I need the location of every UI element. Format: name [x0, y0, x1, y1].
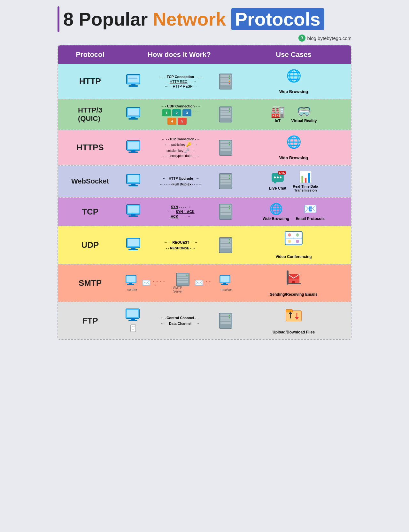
table-row: SMTP sender: [58, 264, 351, 302]
packet-2: 2: [172, 109, 181, 116]
protocol-name-smtp: SMTP: [58, 264, 122, 301]
svg-rect-5: [128, 85, 138, 87]
diagram-row: ←- - HTTP RESP - -: [146, 84, 215, 88]
svg-point-79: [296, 233, 299, 237]
use-udp: Video Conferencing: [236, 226, 351, 264]
packet-4: 4: [167, 118, 176, 125]
use-case-label: Web Browsing: [279, 155, 308, 160]
video-conf-icon: [285, 231, 303, 248]
protocol-name-udp: UDP: [58, 226, 122, 264]
svg-point-14: [229, 83, 230, 84]
svg-rect-104: [127, 310, 138, 317]
protocol-name-http3: HTTP/3(QUIC): [58, 99, 122, 129]
svg-rect-38: [128, 175, 139, 182]
computer-icon: [125, 237, 144, 254]
diagram-row: - - HTTP REQ - - →: [146, 80, 215, 83]
svg-rect-95: [220, 276, 229, 282]
svg-rect-119: [286, 309, 292, 312]
svg-rect-44: [220, 180, 231, 182]
use-case-web: 🌐 Web Browsing: [263, 202, 289, 221]
use-http3: 🏭 IoT 🥽 Virtual Reality: [236, 99, 351, 129]
svg-rect-1: [128, 75, 139, 82]
svg-rect-45: [220, 183, 231, 184]
computer-icon: [125, 203, 144, 220]
upload-download-icon: [285, 307, 303, 324]
svg-point-93: [186, 275, 188, 276]
svg-rect-60: [220, 210, 231, 212]
title-bar: [58, 6, 59, 32]
brand-text: blog.bytebytego.com: [307, 35, 351, 41]
use-case-label: Video Conferencing: [275, 254, 312, 259]
svg-rect-90: [177, 277, 188, 278]
use-case-realtime: 📊 Real-Time DataTransmission: [293, 170, 318, 192]
table-row: HTTP/3(QUIC) ← - UDP Connection - →: [58, 99, 351, 130]
svg-rect-27: [128, 142, 139, 149]
svg-rect-107: [131, 325, 136, 332]
server-icon: [218, 139, 233, 156]
email-icon: 📧: [304, 202, 317, 215]
protocol-name-ftp: FTP: [58, 302, 122, 339]
svg-point-50: [277, 176, 279, 178]
file-icon: [130, 324, 138, 333]
svg-rect-101: [287, 283, 301, 284]
vr-icon: 🥽: [297, 106, 311, 117]
server-icon: [218, 237, 233, 254]
brand-icon: B: [298, 35, 305, 42]
svg-rect-22: [220, 113, 231, 115]
svg-rect-16: [128, 108, 139, 115]
svg-rect-66: [131, 248, 135, 249]
packet-1: 1: [162, 109, 171, 116]
use-case-label: Real-Time DataTransmission: [293, 184, 318, 192]
computer-icon: [125, 173, 144, 190]
use-case-label: Live Chat: [269, 186, 286, 191]
svg-point-77: [288, 233, 291, 237]
brand-row: B blog.bytebytego.com: [58, 35, 351, 42]
svg-rect-4: [131, 84, 135, 85]
svg-rect-33: [220, 146, 231, 148]
svg-point-13: [229, 81, 230, 82]
how-http: ←- - TCP Connection - - → - - HTTP REQ -…: [122, 64, 236, 99]
svg-point-47: [229, 178, 230, 179]
title-prefix: 8 Popular: [63, 9, 153, 29]
page-wrapper: 8 Popular Network Protocols B blog.byteb…: [51, 0, 358, 346]
sender-icon: [125, 275, 139, 288]
server-icon: [218, 173, 233, 190]
svg-point-116: [229, 315, 230, 316]
svg-rect-65: [128, 239, 139, 246]
use-case-label: Upload/Download Files: [273, 330, 315, 334]
server-icon: [218, 203, 233, 220]
use-case-label: Web Browsing: [263, 216, 289, 221]
use-case-iot: 🏭 IoT: [271, 106, 285, 123]
svg-rect-17: [131, 117, 135, 118]
svg-rect-106: [128, 320, 137, 321]
diagram-row: ←- - TCP Connection - - →: [146, 75, 215, 79]
svg-rect-71: [220, 244, 231, 246]
svg-rect-61: [220, 213, 231, 215]
svg-point-117: [229, 317, 230, 318]
svg-rect-34: [220, 149, 231, 151]
header-use: Use Cases: [236, 45, 351, 64]
table-header: Protocol How does It Work? Use Cases: [58, 45, 351, 64]
server-icon: [218, 106, 233, 123]
svg-point-36: [229, 144, 230, 145]
table-row: HTTP ←- -: [58, 64, 351, 99]
svg-rect-54: [128, 206, 139, 213]
svg-point-74: [229, 242, 230, 243]
page-title: 8 Popular Network Protocols: [63, 10, 324, 28]
svg-rect-97: [221, 284, 228, 285]
table-row: HTTPS ← - - TCP Connection- →: [58, 130, 351, 166]
how-ftp: ← - Control Channel - → ← - - Data Chann…: [122, 302, 236, 339]
computer-icon: [125, 73, 144, 90]
svg-rect-23: [220, 116, 231, 118]
svg-point-73: [229, 239, 230, 240]
use-smtp: Sending/Receiving Emails: [236, 264, 351, 301]
protocol-name-http: HTTP: [58, 64, 122, 99]
how-tcp: SYN - - - - → ← - - SYN + ACK ACK - - - …: [122, 198, 236, 226]
computer-icon: [125, 106, 144, 123]
use-case-label: Email Protocols: [296, 216, 325, 221]
svg-rect-56: [128, 215, 138, 217]
server-icon: [218, 73, 233, 90]
use-case-email: 📧 Email Protocols: [296, 202, 325, 221]
use-ws: LIVE Live Chat 📊 Real-Time DataTransmiss…: [236, 166, 351, 197]
svg-rect-92: [177, 281, 188, 283]
